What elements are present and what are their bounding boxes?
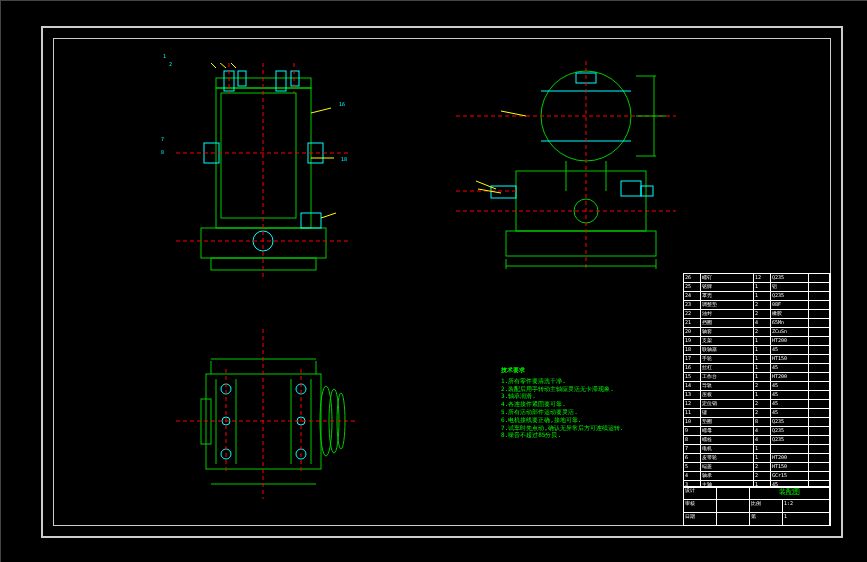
parts-row: 22油封2橡胶 (684, 310, 830, 319)
parts-row: 19支架1HT200 (684, 337, 830, 346)
parts-row: 11键245 (684, 409, 830, 418)
note-1: 1.所有零件要清洗干净. (501, 377, 661, 385)
parts-row: 21挡圈465Mn (684, 319, 830, 328)
parts-list: 26螺钉12Q23525铭牌1铝24罩壳1Q23523调整垫208F22油封2橡… (683, 273, 831, 488)
parts-row: 4轴承2GCr15 (684, 472, 830, 481)
svg-rect-4 (221, 93, 296, 218)
tb-designer (717, 487, 750, 499)
tb-label-scale: 比例 (750, 500, 783, 512)
parts-row: 6皮带轮1HT200 (684, 454, 830, 463)
parts-row: 26螺钉12Q235 (684, 274, 830, 283)
front-view (176, 63, 351, 278)
leader-7: 7 (161, 136, 164, 142)
note-6: 6.电机接线要正确,接地可靠. (501, 416, 661, 424)
note-5: 5.所有活动部件运动要灵活. (501, 408, 661, 416)
tb-label-design: 设计 (684, 487, 717, 499)
tb-date (717, 513, 750, 525)
parts-row: 8螺栓4Q235 (684, 436, 830, 445)
top-view (176, 329, 356, 499)
cad-viewer[interactable]: { "drawing": { "title": "装配图", "notes_he… (0, 0, 867, 562)
tb-label-check: 审核 (684, 500, 717, 512)
parts-row: 12定位销245 (684, 400, 830, 409)
parts-row: 7电机1 (684, 445, 830, 454)
svg-rect-32 (621, 181, 641, 196)
parts-row: 13压板145 (684, 391, 830, 400)
svg-line-18 (206, 63, 216, 68)
title-block: 设计 装配图 审核 比例 1:2 日期 第 1 (683, 486, 831, 526)
tb-label-sheet: 第 (750, 513, 783, 525)
leader-1: 1 (163, 53, 166, 59)
svg-line-21 (311, 108, 331, 113)
tb-scale: 1:2 (783, 500, 830, 512)
leader-2: 2 (169, 61, 172, 67)
parts-row: 15工作台1HT200 (684, 373, 830, 382)
parts-row: 17手轮1HT150 (684, 355, 830, 364)
parts-row: 25铭牌1铝 (684, 283, 830, 292)
svg-rect-26 (506, 231, 656, 256)
parts-row: 20轴套2ZCuSn (684, 328, 830, 337)
notes-heading: 技术要求 (501, 366, 661, 374)
side-view (456, 61, 676, 271)
parts-row: 9螺母4Q235 (684, 427, 830, 436)
note-8: 8.噪音不超过85分贝. (501, 431, 661, 439)
drawing-title: 装配图 (750, 487, 830, 499)
parts-row: 10垫圈8Q235 (684, 418, 830, 427)
svg-line-49 (478, 189, 501, 193)
tb-checker (717, 500, 750, 512)
technical-notes: 技术要求 1.所有零件要清洗干净. 2.装配后用手转动主轴应灵活无卡滞现象. 3… (501, 366, 661, 439)
tb-sheet: 1 (783, 513, 830, 525)
leader-16: 16 (339, 101, 345, 107)
parts-row: 5端盖2HT150 (684, 463, 830, 472)
svg-line-23 (321, 213, 336, 218)
parts-row: 23调整垫208F (684, 301, 830, 310)
svg-rect-33 (641, 186, 653, 196)
note-4: 4.各连接件紧固要可靠. (501, 400, 661, 408)
parts-row: 16丝杠145 (684, 364, 830, 373)
parts-row: 24罩壳1Q235 (684, 292, 830, 301)
parts-row: 14导轨245 (684, 382, 830, 391)
parts-row: 18联轴器145 (684, 346, 830, 355)
leader-8: 8 (161, 149, 164, 155)
leader-18: 18 (341, 156, 347, 162)
svg-line-48 (476, 181, 496, 189)
tb-label-date: 日期 (684, 513, 717, 525)
svg-line-47 (501, 111, 526, 116)
note-2: 2.装配后用手转动主轴应灵活无卡滞现象. (501, 385, 661, 393)
note-3: 3.轴承润滑. (501, 392, 661, 400)
note-7: 7.试车时先点动,确认无异常后方可连续运转. (501, 424, 661, 432)
